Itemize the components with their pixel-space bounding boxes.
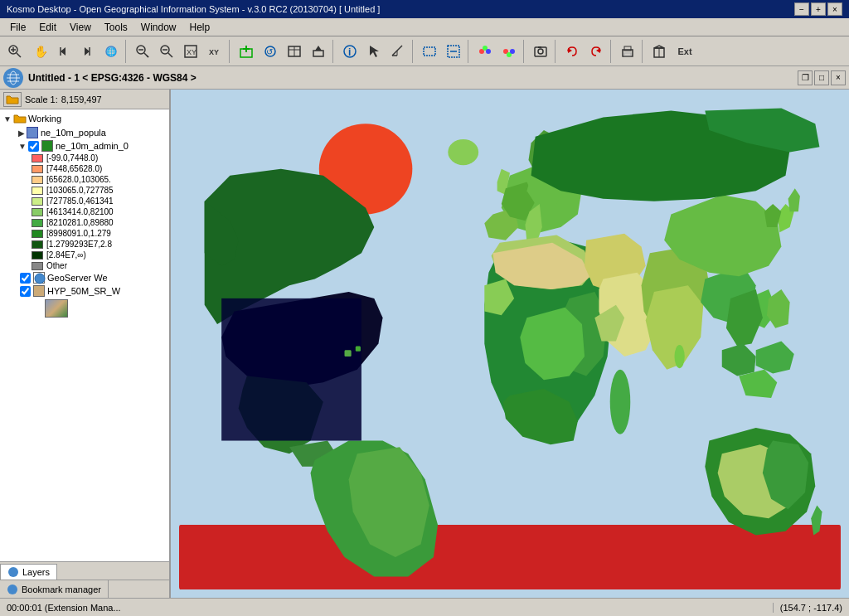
back-button[interactable] [51,40,75,63]
hyp-preview [2,298,167,318]
info-button[interactable]: i [338,40,361,63]
map-area[interactable] [171,90,849,598]
zoom-out2-button[interactable] [155,40,178,63]
print-button[interactable] [616,40,639,63]
legend-color-3 [32,187,43,195]
toolbar-separator-2 [229,40,232,63]
layer2-icon [41,140,53,152]
legend-color-4 [32,197,43,206]
ext-button[interactable]: Ext [672,40,698,63]
status-bar: 00:00:01 (Extension Mana... (154.7 ; -11… [0,598,849,616]
menu-tools[interactable]: Tools [98,20,134,35]
svg-point-69 [674,345,684,368]
menu-file[interactable]: File [3,20,32,35]
select-all-button[interactable] [442,40,465,63]
select-rect-button[interactable] [418,40,441,63]
svg-marker-55 [654,46,664,48]
zoom-extent-button[interactable]: XY [179,40,202,63]
upload-button[interactable] [307,40,330,63]
map-restore-button[interactable]: ❐ [798,70,813,85]
toolbar-separator-5 [468,40,471,63]
menu-bar: File Edit View Tools Window Help [0,18,849,36]
menu-view[interactable]: View [63,20,98,35]
legend-item-2: [65628.0,103065. [2,174,167,185]
legend-container: [-99.0,7448.0)[7448,65628.0)[65628.0,103… [2,153,167,271]
legend-color-6 [32,219,43,227]
package-button[interactable] [648,40,671,63]
legend-item-0: [-99.0,7448.0) [2,153,167,163]
legend-label-5: [4613414.0,82100 [46,207,114,216]
xy-button[interactable]: XY [203,40,226,63]
svg-rect-72 [356,347,361,352]
layer2-checkbox[interactable] [28,141,39,152]
color-button[interactable] [497,40,521,63]
world-map[interactable] [179,98,841,589]
map-title: Untitled - 1 < EPSG:4326 - WGS84 > [28,72,196,84]
layer1-arrow: ▶ [18,129,25,138]
select-button[interactable] [362,40,386,63]
bookmark-tab[interactable]: Bookmark manager [0,580,109,598]
svg-marker-49 [568,48,572,53]
legend-item-7: [8998091.0,1.279 [2,228,167,239]
open-folder-button[interactable] [3,92,22,107]
screenshot-button[interactable] [529,40,552,63]
svg-rect-37 [424,47,435,56]
maximize-button[interactable]: + [811,2,826,16]
bookmark-tab-label: Bookmark manager [22,584,101,594]
layer1-item[interactable]: ▶ ne_10m_popula [2,126,167,139]
svg-point-63 [8,567,18,577]
hyp-item[interactable]: HYP_50M_SR_W [2,284,167,298]
table-button[interactable] [283,40,306,63]
refresh-button[interactable]: 🌐 [99,40,123,63]
working-folder-icon [13,112,27,125]
zoom-in-button[interactable] [3,40,27,63]
style-button[interactable] [473,40,497,63]
legend-label-1: [7448,65628.0) [46,164,102,173]
working-label: Working [28,114,61,124]
edit-button[interactable]: ↺ [259,40,282,63]
zoom-out-button[interactable] [131,40,154,63]
legend-color-5 [32,208,43,216]
title-text: Kosmo Desktop - Open Geographical Inform… [7,4,380,14]
undo-button[interactable] [560,40,584,63]
svg-rect-66 [179,525,841,589]
menu-edit[interactable]: Edit [32,20,63,35]
map-close-button[interactable]: × [831,70,846,85]
legend-item-3: [103065.0,727785 [2,185,167,196]
toolbar: ✋ 🌐 XY XY ↺ i [0,36,849,66]
working-group[interactable]: ▼ Working [2,111,167,126]
layers-tab-label: Layers [22,567,50,577]
minimize-button[interactable]: − [794,2,809,16]
legend-color-7 [32,230,43,238]
scale-value: 8,159,497 [61,95,102,104]
layer2-item[interactable]: ▼ ne_10m_admin_0 [2,139,167,153]
toolbar-separator-7 [555,40,558,63]
hyp-name: HYP_50M_SR_W [47,286,120,296]
layer1-name: ne_10m_popula [41,128,106,138]
redo-button[interactable] [585,40,608,63]
toolbar-separator-8 [610,40,614,63]
geoserver-item[interactable]: GeoServer We [2,271,167,284]
hyp-checkbox[interactable] [20,286,31,297]
close-button[interactable]: × [827,2,842,16]
pan-button[interactable]: ✋ [27,40,51,63]
measure-button[interactable] [386,40,410,63]
geoserver-checkbox[interactable] [20,273,31,284]
svg-marker-33 [370,46,379,57]
add-layer-button[interactable] [235,40,258,63]
legend-color-8 [32,240,43,249]
svg-point-42 [486,49,491,54]
left-panel: Scale 1: 8,159,497 ▼ Working ▶ ne_10m_po… [0,90,171,598]
menu-help[interactable]: Help [183,20,217,35]
scale-label: Scale 1: [25,95,58,104]
menu-window[interactable]: Window [134,20,183,35]
svg-marker-50 [596,48,600,53]
map-maximize-button[interactable]: □ [814,70,829,85]
svg-point-64 [7,584,17,594]
forward-button[interactable] [75,40,99,63]
svg-line-1 [17,53,21,57]
legend-color-1 [32,165,43,173]
hyp-icon [33,285,45,297]
svg-marker-7 [85,47,90,56]
layers-tab[interactable]: Layers [0,564,57,580]
